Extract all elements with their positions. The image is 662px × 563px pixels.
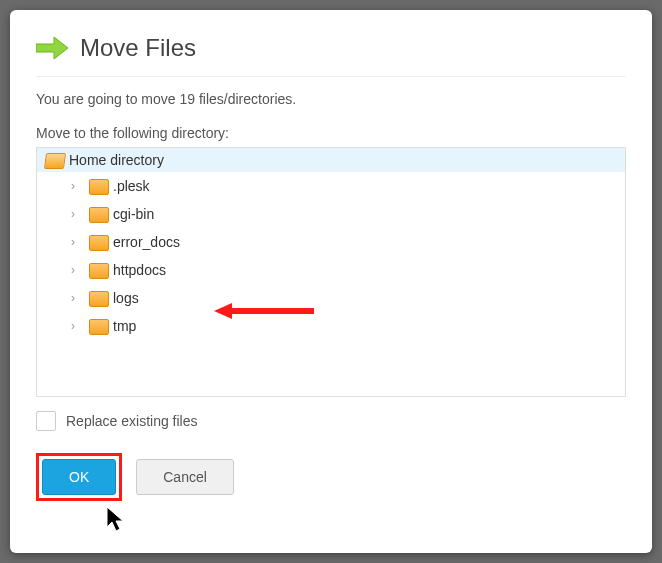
replace-checkbox[interactable] — [36, 411, 56, 431]
tree-item-label: error_docs — [113, 234, 180, 250]
tree-item-label: logs — [113, 290, 139, 306]
tree-root-home[interactable]: Home directory — [37, 148, 625, 172]
folder-icon — [89, 319, 107, 333]
move-arrow-icon — [36, 35, 70, 61]
dialog-header: Move Files — [36, 34, 626, 77]
chevron-right-icon[interactable]: › — [71, 319, 85, 333]
folder-icon — [89, 179, 107, 193]
chevron-right-icon[interactable]: › — [71, 179, 85, 193]
cancel-button[interactable]: Cancel — [136, 459, 234, 495]
dialog-message: You are going to move 19 files/directori… — [36, 91, 626, 107]
tree-root-label: Home directory — [69, 152, 164, 168]
tree-item-logs[interactable]: › logs — [71, 284, 625, 312]
annotation-cursor-icon — [105, 505, 127, 533]
tree-item-tmp[interactable]: › tmp — [71, 312, 625, 340]
folder-open-icon — [45, 153, 63, 167]
annotation-highlight-box: OK — [36, 453, 122, 501]
tree-item-plesk[interactable]: › .plesk — [71, 172, 625, 200]
chevron-right-icon[interactable]: › — [71, 235, 85, 249]
chevron-right-icon[interactable]: › — [71, 291, 85, 305]
chevron-right-icon[interactable]: › — [71, 207, 85, 221]
dialog-title: Move Files — [80, 34, 196, 62]
tree-children: › .plesk › cgi-bin › error_docs › httpdo… — [37, 172, 625, 340]
replace-checkbox-label[interactable]: Replace existing files — [66, 413, 198, 429]
tree-item-error-docs[interactable]: › error_docs — [71, 228, 625, 256]
move-files-dialog: Move Files You are going to move 19 file… — [10, 10, 652, 553]
dialog-subhead: Move to the following directory: — [36, 125, 626, 141]
folder-icon — [89, 263, 107, 277]
tree-item-label: tmp — [113, 318, 136, 334]
replace-option-row: Replace existing files — [36, 411, 626, 431]
chevron-right-icon[interactable]: › — [71, 263, 85, 277]
tree-item-label: .plesk — [113, 178, 150, 194]
folder-icon — [89, 291, 107, 305]
ok-button[interactable]: OK — [42, 459, 116, 495]
folder-icon — [89, 207, 107, 221]
directory-tree: Home directory › .plesk › cgi-bin › erro… — [36, 147, 626, 397]
tree-item-httpdocs[interactable]: › httpdocs — [71, 256, 625, 284]
tree-item-cgi-bin[interactable]: › cgi-bin — [71, 200, 625, 228]
tree-item-label: cgi-bin — [113, 206, 154, 222]
folder-icon — [89, 235, 107, 249]
tree-item-label: httpdocs — [113, 262, 166, 278]
dialog-buttons: OK Cancel — [36, 453, 626, 501]
